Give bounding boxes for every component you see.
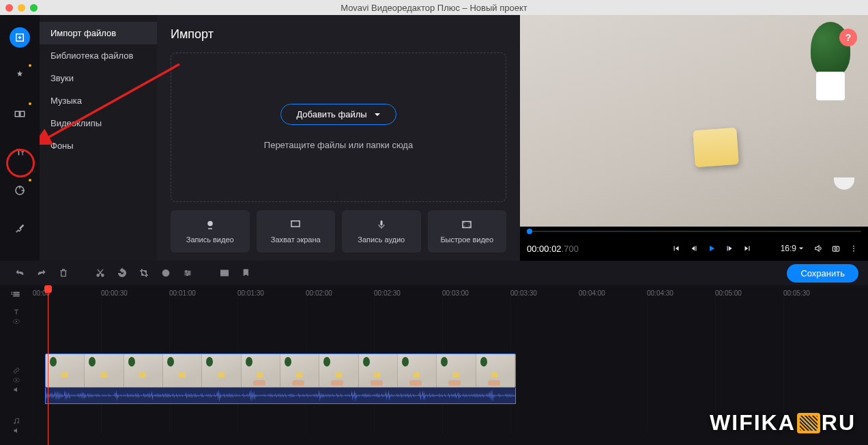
svg-rect-5 bbox=[291, 220, 300, 226]
link-icon[interactable] bbox=[12, 367, 20, 375]
video-track-head bbox=[0, 367, 33, 394]
eye-icon[interactable] bbox=[12, 317, 20, 326]
svg-point-9 bbox=[835, 248, 837, 250]
aspect-ratio-selector[interactable]: 16:9 bbox=[777, 244, 808, 253]
add-files-button[interactable]: Добавить файлы bbox=[280, 104, 396, 125]
window-title: Movavi Видеоредактор Плюс – Новый проект bbox=[341, 3, 527, 13]
rotate-button[interactable] bbox=[112, 263, 132, 283]
svg-point-23 bbox=[16, 379, 17, 381]
svg-rect-2 bbox=[20, 111, 25, 117]
close-window-button[interactable] bbox=[5, 4, 13, 12]
play-button[interactable] bbox=[704, 241, 719, 256]
transition-wizard-button[interactable] bbox=[214, 263, 235, 283]
preview-more-button[interactable] bbox=[846, 241, 861, 256]
side-item-video-clips[interactable]: Видеоклипы bbox=[40, 112, 157, 134]
playhead[interactable] bbox=[48, 285, 48, 445]
svg-point-10 bbox=[853, 246, 854, 247]
side-item-file-library[interactable]: Библиотека файлов bbox=[40, 44, 157, 67]
film-icon bbox=[461, 218, 473, 231]
capture-card-label: Запись аудио bbox=[358, 235, 405, 244]
monitor-icon bbox=[289, 218, 302, 231]
svg-point-13 bbox=[97, 274, 99, 276]
music-track-head bbox=[0, 417, 33, 435]
more-tools-button[interactable] bbox=[10, 218, 30, 239]
transitions-tool-button[interactable] bbox=[10, 104, 30, 124]
screen-capture-card[interactable]: Захват экрана bbox=[257, 210, 336, 253]
stickers-tool-button[interactable] bbox=[10, 180, 30, 201]
minimize-window-button[interactable] bbox=[18, 4, 25, 12]
wifika-logo-icon bbox=[797, 413, 820, 433]
capture-card-label: Быстрое видео bbox=[440, 235, 493, 244]
filters-tool-button[interactable] bbox=[10, 66, 30, 86]
microphone-icon bbox=[375, 218, 388, 231]
import-tool-button[interactable] bbox=[10, 27, 30, 48]
text-track-head bbox=[0, 308, 33, 326]
maximize-window-button[interactable] bbox=[30, 4, 38, 12]
video-clip[interactable] bbox=[45, 354, 516, 388]
svg-rect-20 bbox=[221, 270, 225, 276]
save-button[interactable]: Сохранить bbox=[787, 264, 858, 283]
snapshot-button[interactable] bbox=[828, 241, 843, 256]
skip-end-button[interactable] bbox=[740, 241, 755, 256]
video-track[interactable] bbox=[0, 354, 868, 407]
svg-point-4 bbox=[207, 220, 213, 226]
tool-rail bbox=[0, 15, 40, 261]
text-track-icon bbox=[12, 308, 20, 316]
import-heading: Импорт bbox=[171, 27, 506, 42]
svg-point-18 bbox=[188, 272, 190, 274]
svg-point-22 bbox=[16, 321, 17, 322]
undo-button[interactable] bbox=[10, 263, 30, 283]
capture-card-label: Захват экрана bbox=[271, 235, 321, 244]
chevron-down-icon bbox=[374, 111, 381, 118]
svg-rect-6 bbox=[380, 220, 382, 226]
svg-rect-1 bbox=[15, 111, 19, 117]
eye-icon[interactable] bbox=[12, 376, 20, 384]
import-panel: Импорт Добавить файлы Перетащите файлы и… bbox=[157, 15, 520, 261]
speaker-icon[interactable] bbox=[12, 386, 20, 394]
capture-row: Запись видео Захват экрана Запись аудио … bbox=[171, 210, 506, 253]
preview-controls: 00:00:02.700 16:9 bbox=[520, 236, 868, 261]
svg-point-14 bbox=[102, 274, 104, 276]
skip-start-button[interactable] bbox=[669, 241, 684, 256]
quick-video-card[interactable]: Быстрое видео bbox=[428, 210, 507, 253]
preview-box-shape bbox=[693, 128, 739, 167]
prev-frame-button[interactable] bbox=[686, 241, 701, 256]
add-track-button[interactable] bbox=[0, 289, 33, 300]
side-item-sounds[interactable]: Звуки bbox=[40, 67, 157, 89]
import-side-menu: Импорт файлов Библиотека файлов Звуки Му… bbox=[40, 15, 157, 261]
speaker-icon[interactable] bbox=[12, 427, 20, 435]
cut-button[interactable] bbox=[90, 263, 111, 283]
svg-point-12 bbox=[853, 250, 854, 252]
record-video-card[interactable]: Запись видео bbox=[171, 210, 250, 253]
dropzone[interactable]: Добавить файлы Перетащите файлы или папк… bbox=[171, 53, 506, 202]
text-track[interactable] bbox=[0, 303, 868, 330]
volume-button[interactable] bbox=[811, 241, 826, 256]
preview-viewport[interactable]: ? bbox=[520, 15, 868, 227]
crop-button[interactable] bbox=[134, 263, 154, 283]
side-item-music[interactable]: Музыка bbox=[40, 89, 157, 112]
titles-tool-button[interactable] bbox=[10, 142, 30, 162]
record-audio-card[interactable]: Запись аудио bbox=[342, 210, 421, 253]
next-frame-button[interactable] bbox=[722, 241, 737, 256]
capture-card-label: Запись видео bbox=[186, 235, 234, 244]
svg-rect-21 bbox=[225, 270, 229, 276]
svg-point-11 bbox=[853, 248, 854, 249]
preview-panel: ? 00:00:02.700 16:9 bbox=[520, 15, 868, 261]
audio-clip[interactable] bbox=[45, 388, 516, 404]
clip-properties-button[interactable] bbox=[177, 263, 198, 283]
help-button[interactable]: ? bbox=[839, 29, 857, 46]
preview-progress[interactable] bbox=[520, 227, 868, 236]
timeline-ruler[interactable]: 00:0000:00:3000:01:0000:01:3000:02:0000:… bbox=[33, 285, 868, 303]
svg-point-17 bbox=[186, 270, 187, 272]
side-item-backgrounds[interactable]: Фоны bbox=[40, 134, 157, 157]
delete-button[interactable] bbox=[53, 263, 74, 283]
titlebar: Movavi Видеоредактор Плюс – Новый проект bbox=[0, 0, 868, 15]
drop-hint: Перетащите файлы или папки сюда bbox=[264, 140, 413, 150]
preview-timecode: 00:00:02.700 bbox=[527, 244, 579, 254]
redo-button[interactable] bbox=[31, 263, 52, 283]
color-adjust-button[interactable] bbox=[156, 263, 176, 283]
svg-rect-8 bbox=[833, 246, 839, 251]
watermark: WIFIKARU bbox=[710, 410, 856, 435]
side-item-import-files[interactable]: Импорт файлов bbox=[40, 22, 157, 44]
marker-button[interactable] bbox=[236, 263, 257, 283]
